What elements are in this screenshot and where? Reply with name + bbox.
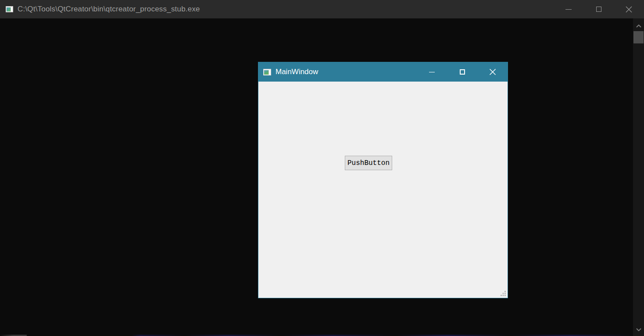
close-icon [489, 68, 496, 75]
push-button[interactable]: PushButton [345, 156, 392, 170]
console-titlebar[interactable]: C:\Qt\Tools\QtCreator\bin\qtcreator_proc… [0, 0, 644, 18]
chevron-down-icon [636, 328, 641, 331]
maximize-icon [460, 69, 465, 75]
mainwindow-app-icon-gradient [264, 70, 268, 75]
mainwindow-maximize-button[interactable] [447, 62, 477, 82]
mainwindow-app-icon-panel [268, 70, 270, 75]
chevron-up-icon [636, 25, 641, 28]
minimize-icon [429, 72, 435, 72]
console-window-title: C:\Qt\Tools\QtCreator\bin\qtcreator_proc… [18, 5, 200, 14]
console-app-icon-panel [11, 7, 12, 11]
maximize-icon [596, 7, 601, 12]
resize-grip-icon[interactable] [501, 291, 506, 297]
console-app-icon [6, 6, 13, 12]
close-icon [626, 6, 632, 13]
mainwindow-close-button[interactable] [477, 62, 508, 82]
scrollbar-down-button[interactable] [633, 325, 644, 334]
console-window-controls [553, 0, 644, 18]
console-maximize-button[interactable] [583, 0, 614, 18]
screen: C:\Qt\Tools\QtCreator\bin\qtcreator_proc… [0, 0, 644, 336]
console-scrollbar[interactable] [633, 18, 644, 336]
mainwindow-titlebar[interactable]: MainWindow [258, 62, 508, 82]
console-app-icon-gradient [7, 7, 11, 11]
scrollbar-thumb[interactable] [633, 31, 644, 43]
console-close-button[interactable] [614, 0, 644, 18]
mainwindow-app-icon [263, 69, 271, 75]
mainwindow: MainWindow PushButton [258, 62, 508, 298]
minimize-icon [565, 9, 572, 10]
mainwindow-content: PushButton [258, 82, 508, 298]
mainwindow-title: MainWindow [275, 68, 318, 76]
mainwindow-minimize-button[interactable] [417, 62, 447, 82]
scrollbar-up-button[interactable] [633, 21, 644, 31]
mainwindow-controls [417, 62, 508, 82]
console-minimize-button[interactable] [553, 0, 583, 18]
